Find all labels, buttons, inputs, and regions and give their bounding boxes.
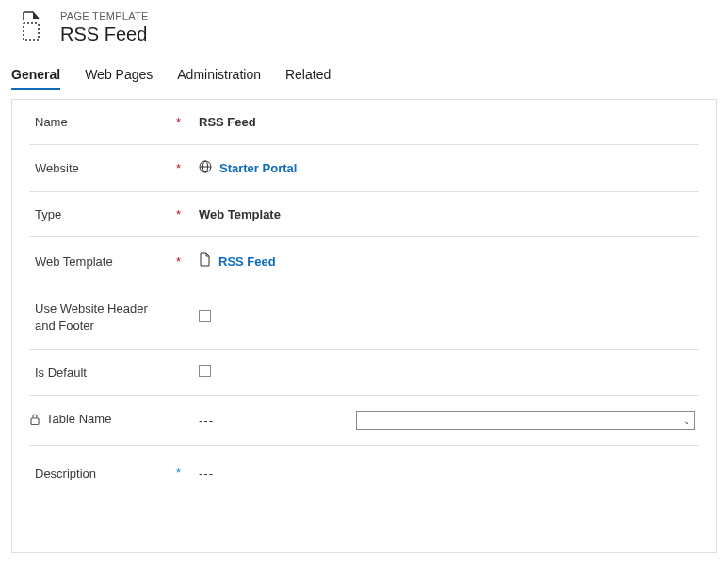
tab-web-pages[interactable]: Web Pages — [85, 67, 153, 90]
row-name: Name * RSS Feed — [29, 100, 699, 145]
label-name: Name — [35, 115, 68, 129]
label-web-template: Web Template — [35, 254, 113, 269]
row-description: Description * --- — [29, 446, 699, 531]
tab-general[interactable]: General — [11, 67, 60, 90]
tab-administration[interactable]: Administration — [177, 67, 261, 90]
link-web-template[interactable]: RSS Feed — [218, 254, 276, 269]
form-card: Name * RSS Feed Website * Starter Portal… — [11, 99, 717, 553]
link-website[interactable]: Starter Portal — [219, 161, 297, 175]
row-website: Website * Starter Portal — [29, 145, 699, 192]
required-marker: * — [176, 255, 199, 268]
row-use-header-footer: Use Website Header and Footer — [29, 285, 699, 350]
required-marker: * — [176, 116, 199, 128]
page-title: RSS Feed — [60, 24, 149, 45]
page-header: PAGE TEMPLATE RSS Feed — [13, 9, 717, 46]
required-marker: * — [176, 162, 199, 174]
label-website: Website — [35, 161, 79, 175]
row-web-template: Web Template * RSS Feed — [29, 237, 699, 285]
value-web-template[interactable]: RSS Feed — [199, 252, 695, 269]
label-use-header-footer: Use Website Header and Footer — [35, 301, 148, 334]
dropdown-table-name[interactable]: ⌄ — [356, 411, 695, 430]
value-table-name: --- — [199, 414, 214, 428]
recommended-marker: * — [176, 466, 199, 479]
label-description: Description — [35, 466, 96, 480]
value-name[interactable]: RSS Feed — [199, 115, 695, 129]
label-type: Type — [35, 207, 61, 221]
row-table-name: Table Name --- ⌄ — [29, 396, 699, 446]
checkbox-use-header-footer[interactable] — [199, 310, 211, 322]
value-description[interactable]: --- — [199, 466, 214, 480]
checkbox-is-default[interactable] — [199, 365, 211, 377]
tab-related[interactable]: Related — [285, 67, 331, 90]
page-template-icon — [13, 9, 47, 46]
row-type: Type * Web Template — [29, 192, 699, 237]
page-eyebrow: PAGE TEMPLATE — [60, 10, 149, 22]
required-marker: * — [176, 208, 199, 220]
lock-icon — [29, 413, 40, 429]
value-type[interactable]: Web Template — [199, 207, 695, 221]
chevron-down-icon: ⌄ — [683, 415, 690, 426]
globe-icon — [199, 160, 212, 176]
value-website[interactable]: Starter Portal — [199, 160, 695, 176]
tab-strip: General Web Pages Administration Related — [11, 67, 717, 90]
document-icon — [199, 252, 211, 269]
row-is-default: Is Default — [29, 350, 699, 396]
svg-rect-3 — [31, 418, 39, 425]
label-is-default: Is Default — [35, 366, 87, 380]
label-table-name: Table Name — [46, 412, 111, 426]
